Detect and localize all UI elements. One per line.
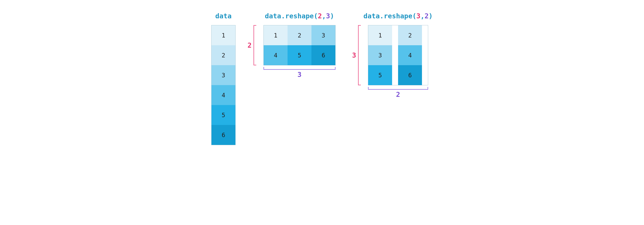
array-reshape-2x3: 1 2 3 4 5 6 [264, 25, 336, 65]
cell: 3 [212, 65, 236, 85]
paren-close: ) [330, 12, 334, 20]
panel-reshape-2x3: data.reshape(2,3) 1 2 3 4 5 6 2 3 [264, 12, 336, 65]
cell: 5 [368, 65, 392, 85]
bracket-vertical-icon [358, 25, 361, 85]
bracket-vertical-icon [254, 25, 256, 65]
cell: 6 [312, 45, 335, 65]
bracket-horizontal-icon [264, 67, 336, 70]
rows-label: 3 [352, 51, 356, 59]
paren-open: ( [314, 12, 318, 20]
cell: 5 [212, 105, 236, 125]
array-reshape-3x2: 1 2 3 4 5 6 [368, 25, 428, 85]
cell: 4 [264, 45, 288, 65]
cell: 3 [368, 45, 392, 65]
title-reshape-2x3: data.reshape(2,3) [265, 12, 334, 20]
cell: 1 [264, 25, 288, 45]
cell: 6 [212, 125, 236, 145]
cell: 1 [212, 25, 236, 45]
paren-close: ) [429, 12, 433, 20]
array-wrapper-3x2: 1 2 3 4 5 6 3 2 [368, 25, 428, 85]
title-data: data [215, 12, 232, 20]
panel-data: data 1 2 3 4 5 6 [211, 12, 236, 145]
arg-rows: 3 [416, 12, 420, 20]
bracket-horizontal-icon [368, 87, 428, 90]
comma: , [322, 12, 326, 20]
cell: 2 [212, 45, 236, 65]
paren-open: ( [412, 12, 416, 20]
title-code: data.reshape [265, 12, 314, 20]
cell: 4 [212, 85, 236, 105]
title-reshape-3x2: data.reshape(3,2) [364, 12, 433, 20]
arg-rows: 2 [318, 12, 322, 20]
cell: 2 [398, 25, 422, 45]
cols-bracket: 3 [264, 67, 336, 79]
cols-label: 3 [298, 71, 302, 79]
arg-cols: 3 [326, 12, 330, 20]
cell: 1 [368, 25, 392, 45]
cell: 5 [288, 45, 312, 65]
arg-cols: 2 [424, 12, 428, 20]
panel-reshape-3x2: data.reshape(3,2) 1 2 3 4 5 6 3 2 [364, 12, 433, 85]
cell: 6 [398, 65, 422, 85]
array-data: 1 2 3 4 5 6 [211, 25, 236, 145]
cell: 4 [398, 45, 422, 65]
rows-bracket: 2 [248, 25, 256, 65]
rows-bracket: 3 [352, 25, 361, 85]
cell: 2 [288, 25, 312, 45]
title-code: data.reshape [364, 12, 412, 20]
comma: , [420, 12, 424, 20]
title-text: data [215, 12, 232, 20]
cell: 3 [312, 25, 335, 45]
rows-label: 2 [248, 41, 252, 49]
array-wrapper-2x3: 1 2 3 4 5 6 2 3 [264, 25, 336, 65]
cols-bracket: 2 [368, 87, 428, 98]
cols-label: 2 [396, 91, 400, 98]
